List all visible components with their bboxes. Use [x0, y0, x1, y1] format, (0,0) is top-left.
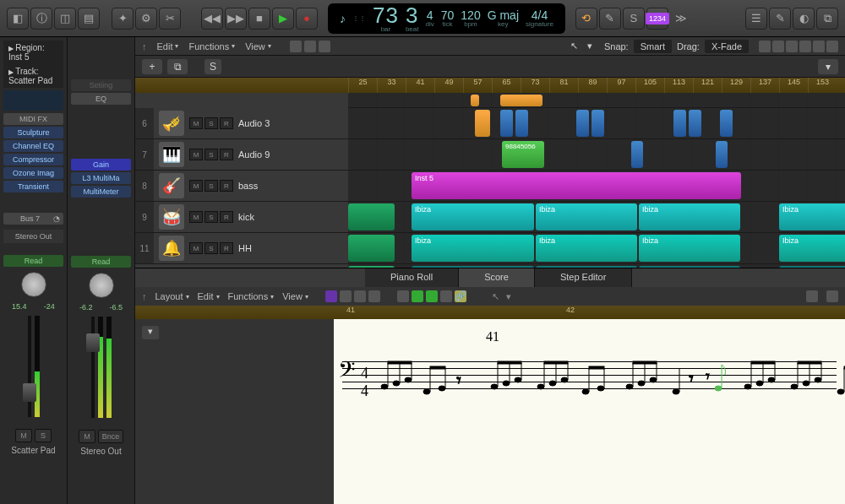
automation-mode[interactable]: Read	[71, 256, 131, 268]
track-icon[interactable]: 🔔	[159, 236, 184, 261]
add-track-button[interactable]: +	[142, 59, 162, 74]
back-icon[interactable]: ↑	[142, 291, 147, 301]
region[interactable]: Ibiza	[779, 203, 845, 230]
region[interactable]	[515, 110, 528, 137]
tb-icon[interactable]	[813, 41, 825, 52]
track-icon[interactable]: 🥁	[159, 204, 184, 230]
score-sheet[interactable]: 41 𝄢 44	[334, 319, 845, 504]
list-icon[interactable]: ☰	[745, 8, 767, 30]
tab-step-editor[interactable]: Step Editor	[535, 268, 632, 287]
region-header[interactable]: Region: Inst 5	[3, 41, 63, 64]
track-header[interactable]: 11 🔔 MSR HH	[135, 233, 348, 263]
tb-icon[interactable]	[319, 41, 330, 52]
midi-out-icon[interactable]	[426, 290, 438, 302]
track-icon[interactable]: 🎺	[159, 111, 184, 136]
browser-icon[interactable]: ⧉	[816, 8, 838, 30]
region[interactable]	[631, 141, 643, 168]
rec-button[interactable]: R	[220, 211, 233, 223]
edit-menu[interactable]: Edit	[157, 41, 179, 51]
layout-menu[interactable]: Layout	[155, 291, 189, 301]
region[interactable]: Ibiza	[412, 203, 534, 230]
region[interactable]: Big Room	[412, 266, 534, 268]
region[interactable]: Ibiza	[536, 203, 637, 230]
region[interactable]	[689, 110, 701, 137]
plugin-slot[interactable]: Transient	[3, 181, 63, 192]
region[interactable]: Big Room	[779, 266, 845, 268]
tool-icon[interactable]	[440, 290, 452, 302]
editors-icon[interactable]: ▤	[78, 8, 100, 30]
automation-mode[interactable]: Read	[3, 255, 63, 267]
part-select[interactable]: ▾	[142, 326, 159, 339]
mute-button[interactable]: M	[79, 430, 95, 443]
solo-button[interactable]: S	[204, 211, 218, 223]
bounce-button[interactable]: Bnce	[98, 430, 123, 443]
stop-icon[interactable]: ■	[248, 8, 270, 30]
region[interactable]	[475, 110, 490, 137]
track-header[interactable]: 7 🎹 MSR Audio 9	[135, 139, 348, 170]
rec-button[interactable]: R	[220, 180, 233, 192]
track-icon[interactable]: 🎸	[159, 173, 184, 198]
region[interactable]: Ibiza	[639, 203, 740, 230]
tb-icon[interactable]	[290, 41, 302, 52]
mute-button[interactable]: M	[189, 242, 203, 254]
duplicate-track-button[interactable]: ⧉	[167, 59, 188, 74]
eq-slot[interactable]: EQ	[71, 93, 131, 105]
region[interactable]: Ibiza	[779, 235, 845, 262]
tab-score[interactable]: Score	[459, 268, 535, 287]
back-icon[interactable]: ↑	[142, 41, 147, 51]
region[interactable]: Ibiza	[639, 235, 740, 262]
mute-button[interactable]: M	[15, 429, 32, 442]
plugin-slot[interactable]: Compressor	[3, 154, 63, 165]
expand-icon[interactable]: ≫	[670, 8, 692, 30]
play-icon[interactable]: ▶	[272, 8, 294, 30]
tb-icon[interactable]	[759, 41, 771, 52]
plugin-slot[interactable]: L3 MultiMa	[71, 172, 131, 184]
tb-icon[interactable]	[304, 41, 316, 52]
solo-button[interactable]: S	[204, 117, 218, 129]
view-mode-icon[interactable]	[354, 290, 366, 302]
region[interactable]	[348, 235, 395, 262]
track-header[interactable]: Track: Scatter Pad	[3, 64, 63, 88]
functions-menu[interactable]: Functions	[228, 291, 275, 301]
volume-fader[interactable]	[28, 316, 31, 417]
region[interactable]	[716, 141, 728, 168]
forward-icon[interactable]: ▶▶	[225, 8, 247, 30]
region[interactable]: Big Room	[639, 266, 740, 268]
tool-select-icon[interactable]: ▾	[506, 291, 511, 302]
record-icon[interactable]: ●	[296, 8, 318, 30]
region[interactable]: Ibiza	[536, 235, 637, 262]
lcd-display[interactable]: ♪ ⋮⋮ 73bar 3beat 4div 70tick 120bpm G ma…	[328, 3, 565, 34]
mixer-icon[interactable]: ◫	[54, 8, 76, 30]
tool-icon[interactable]	[397, 290, 409, 302]
setting-slot[interactable]: Setiing	[71, 79, 131, 91]
pointer-tool-icon[interactable]: ↖	[570, 41, 582, 52]
smart-controls-icon[interactable]: ✦	[112, 8, 134, 30]
region[interactable]	[673, 110, 686, 137]
solo-icon[interactable]: S	[623, 8, 645, 30]
tb-icon[interactable]	[786, 41, 798, 52]
tb-icon[interactable]	[799, 41, 811, 52]
pan-knob[interactable]	[89, 273, 114, 298]
region[interactable]	[348, 266, 395, 268]
solo-button[interactable]: S	[204, 180, 218, 192]
rewind-icon[interactable]: ◀◀	[201, 8, 223, 30]
pointer-tool-icon[interactable]: ↖	[492, 291, 499, 302]
tb-icon[interactable]	[826, 41, 838, 52]
library-icon[interactable]: ◧	[7, 8, 29, 30]
timeline-ruler[interactable]: 2533414957657381899710511312112913714515…	[135, 78, 845, 93]
zoom-icon[interactable]	[826, 290, 838, 302]
functions-menu[interactable]: Functions	[188, 41, 235, 51]
instrument-slot[interactable]: Sculpture	[3, 127, 63, 138]
mute-button[interactable]: M	[189, 180, 203, 192]
send-slot[interactable]: Bus 7 ◔	[3, 213, 63, 225]
count-in-icon[interactable]: 1234	[646, 8, 668, 30]
notes-icon[interactable]: ✎	[769, 8, 791, 30]
pan-knob[interactable]	[21, 272, 46, 297]
options-button[interactable]: ▾	[818, 59, 838, 74]
region[interactable]	[576, 110, 589, 137]
region[interactable]	[720, 110, 733, 137]
region-selected[interactable]: Inst 5	[412, 172, 741, 199]
drag-select[interactable]: X-Fade	[705, 40, 749, 53]
tb-icon[interactable]	[772, 41, 784, 52]
cycle-icon[interactable]: ⟲	[575, 8, 597, 30]
